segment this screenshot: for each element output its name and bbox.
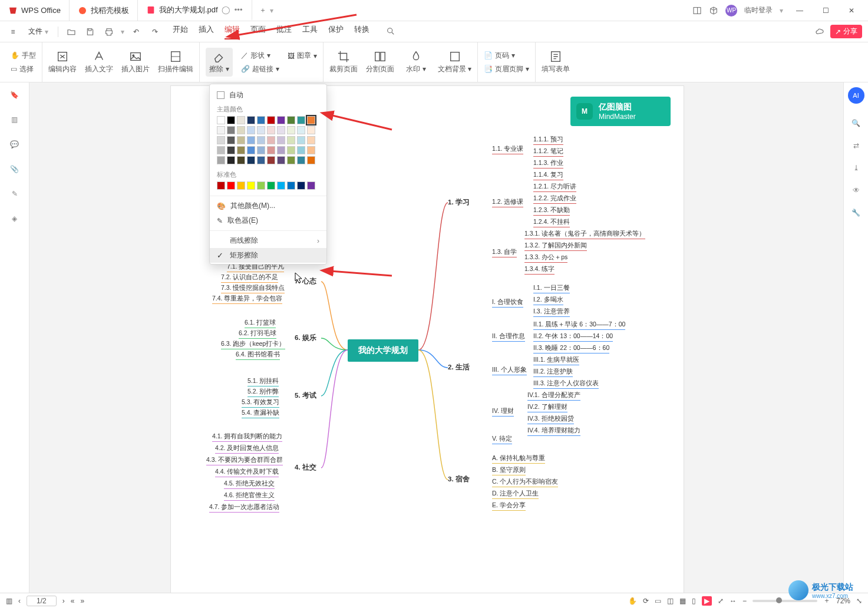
qa-undo-icon[interactable]: ↶ bbox=[129, 25, 143, 39]
swatch[interactable] bbox=[227, 136, 235, 144]
layers-icon[interactable]: ◈ bbox=[12, 214, 17, 223]
tab-templates[interactable]: 找稻壳模板 bbox=[70, 0, 138, 21]
menu-tools[interactable]: 工具 bbox=[302, 24, 318, 39]
qa-chevron-icon[interactable]: ▾ bbox=[121, 28, 124, 36]
swatch[interactable] bbox=[247, 126, 255, 134]
tab-current-doc[interactable]: 我的大学规划.pdf ◯ ••• bbox=[138, 0, 252, 21]
rs-search-icon[interactable]: 🔍 bbox=[852, 119, 860, 127]
swatch[interactable] bbox=[217, 136, 225, 144]
swatch[interactable] bbox=[287, 136, 295, 144]
swatch[interactable] bbox=[217, 146, 225, 154]
swatch[interactable] bbox=[247, 181, 255, 190]
scan-edit[interactable]: 扫描件编辑 bbox=[158, 50, 193, 74]
swatch[interactable] bbox=[307, 136, 315, 144]
split-page[interactable]: 分割页面 bbox=[366, 50, 394, 74]
swatch[interactable] bbox=[267, 181, 275, 190]
swatch[interactable] bbox=[247, 136, 255, 144]
swatch[interactable] bbox=[257, 146, 265, 154]
document-area[interactable]: M 亿图脑图 MindMaster 我的大学规划 1. 学习 2. 生活 3. … bbox=[29, 82, 843, 593]
window-close[interactable]: ✕ bbox=[842, 1, 861, 20]
swatch[interactable] bbox=[217, 126, 225, 134]
tab-wps-home[interactable]: WPS Office bbox=[0, 0, 70, 21]
comments-icon[interactable]: 💬 bbox=[10, 140, 19, 148]
swatch[interactable] bbox=[237, 136, 245, 144]
swatch[interactable] bbox=[267, 146, 275, 154]
sb-page[interactable]: 1/2 bbox=[27, 596, 57, 606]
tab-mode-icon[interactable]: ◯ bbox=[222, 5, 230, 14]
menu-protect[interactable]: 保护 bbox=[328, 24, 344, 39]
watermark-tool[interactable]: 水印 ▾ bbox=[402, 50, 430, 74]
rs-tools-icon[interactable]: 🔧 bbox=[852, 209, 860, 217]
swatch[interactable] bbox=[237, 156, 245, 164]
file-menu[interactable]: 文件▾ bbox=[25, 25, 52, 38]
tab-add[interactable]: ＋ ▾ bbox=[252, 0, 280, 21]
insert-text[interactable]: 插入文字 bbox=[85, 50, 113, 74]
sb-view1-icon[interactable]: ▭ bbox=[655, 597, 661, 605]
swatch[interactable] bbox=[307, 181, 315, 190]
ai-icon[interactable]: AI bbox=[848, 87, 864, 104]
menu-page[interactable]: 页面 bbox=[250, 24, 266, 39]
swatch[interactable] bbox=[297, 116, 305, 124]
dd-line-erase[interactable]: 画线擦除 bbox=[210, 233, 326, 248]
header-footer[interactable]: 📑页眉页脚 ▾ bbox=[484, 64, 529, 74]
page-number[interactable]: 📄页码 ▾ bbox=[484, 51, 529, 61]
sb-zoom-in[interactable]: ＋ bbox=[823, 596, 830, 606]
menu-hamburger-icon[interactable]: ≡ bbox=[6, 25, 20, 39]
swatch[interactable] bbox=[217, 181, 225, 190]
cloud-icon[interactable] bbox=[815, 27, 824, 37]
swatch[interactable] bbox=[297, 126, 305, 134]
swatch[interactable] bbox=[297, 181, 305, 190]
swatch[interactable] bbox=[297, 146, 305, 154]
swatch[interactable] bbox=[217, 116, 225, 124]
edit-content[interactable]: 编辑内容 bbox=[48, 50, 77, 74]
bookmark-icon[interactable]: 🔖 bbox=[10, 91, 19, 99]
sb-thumb-icon[interactable]: ▥ bbox=[6, 597, 12, 605]
swatch[interactable] bbox=[247, 156, 255, 164]
swatch[interactable] bbox=[237, 126, 245, 134]
sb-fit-icon[interactable]: ⤢ bbox=[718, 597, 724, 605]
swatch[interactable] bbox=[287, 126, 295, 134]
rs-convert-icon[interactable]: ⇄ bbox=[853, 141, 859, 150]
window-minimize[interactable]: — bbox=[790, 1, 809, 20]
doc-bg-tool[interactable]: 文档背景 ▾ bbox=[438, 50, 471, 74]
swatch[interactable] bbox=[277, 116, 285, 124]
zoom-slider[interactable] bbox=[753, 600, 817, 602]
swatch[interactable] bbox=[307, 126, 315, 134]
swatch[interactable] bbox=[287, 146, 295, 154]
rs-ocr-icon[interactable]: 👁 bbox=[853, 186, 860, 194]
panel-icon[interactable] bbox=[692, 6, 702, 15]
edit-icon[interactable]: ✎ bbox=[12, 190, 18, 198]
sb-first-icon[interactable]: « bbox=[71, 597, 75, 605]
sb-next-icon[interactable]: › bbox=[62, 597, 65, 605]
swatch[interactable] bbox=[267, 116, 275, 124]
menu-convert[interactable]: 转换 bbox=[354, 24, 369, 39]
cube-icon[interactable] bbox=[709, 6, 718, 15]
swatch[interactable] bbox=[257, 156, 265, 164]
fill-form[interactable]: 填写表单 bbox=[542, 50, 570, 74]
swatch[interactable] bbox=[227, 116, 235, 124]
sb-last-icon[interactable]: » bbox=[80, 597, 84, 605]
attachments-icon[interactable]: 📎 bbox=[10, 165, 19, 173]
tab-close-icon[interactable]: ••• bbox=[234, 5, 243, 15]
swatch[interactable] bbox=[227, 156, 235, 164]
dd-rect-erase[interactable]: ✓矩形擦除 bbox=[210, 248, 326, 263]
dd-more-colors[interactable]: 🎨其他颜色(M)... bbox=[210, 199, 326, 213]
swatch-selected[interactable] bbox=[307, 116, 315, 124]
qa-open-icon[interactable] bbox=[64, 25, 78, 39]
sb-fitw-icon[interactable]: ↔ bbox=[730, 597, 737, 605]
rs-extract-icon[interactable]: ⤓ bbox=[853, 164, 859, 172]
swatch[interactable] bbox=[267, 126, 275, 134]
swatch[interactable] bbox=[227, 146, 235, 154]
swatch[interactable] bbox=[237, 146, 245, 154]
insert-image[interactable]: 插入图片 bbox=[121, 50, 150, 74]
swatch[interactable] bbox=[257, 126, 265, 134]
crop-page[interactable]: 裁剪页面 bbox=[329, 50, 358, 74]
swatch[interactable] bbox=[277, 136, 285, 144]
swatch[interactable] bbox=[227, 181, 235, 190]
swatch[interactable] bbox=[287, 181, 295, 190]
swatch[interactable] bbox=[277, 156, 285, 164]
swatch[interactable] bbox=[217, 156, 225, 164]
hand-tool[interactable]: ✋手型 bbox=[11, 51, 36, 61]
swatch[interactable] bbox=[227, 126, 235, 134]
swatch[interactable] bbox=[287, 116, 295, 124]
